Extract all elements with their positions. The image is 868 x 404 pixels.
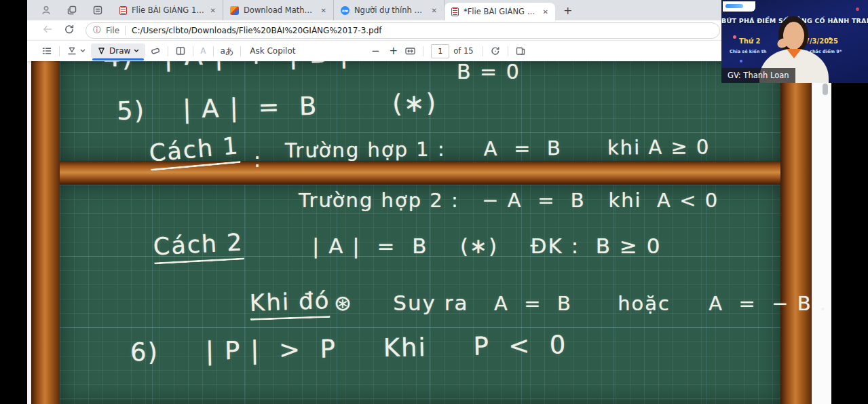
decor-dot [856,7,859,11]
divider [125,26,126,35]
pdf-toolbar: Draw A aあ Ask Copilot − + 1 of 15 [27,41,831,61]
tab-pdf-1[interactable]: Flie BÀI GIẢNG 17-3.pdf ✕ [113,0,223,20]
pdf-favicon [451,7,459,16]
draw-pen-icon [96,46,107,56]
decor-dot [733,35,736,39]
chalk-khido-label: Khi đó [249,287,331,320]
tab-pdf-active[interactable]: *Flie BÀI GIẢNG 17-3.pdf ✕ [445,3,555,20]
translate-button[interactable]: aあ [219,45,236,57]
chalkboard-frame-left [31,61,60,404]
decor-dot [740,60,742,62]
banner-date-day: Thứ 2 [739,37,761,45]
chalk-line6-eq: A = B hoặc A = − B . [494,292,827,315]
pdf-favicon [119,6,127,15]
file-scheme-label: File [106,26,119,35]
page-count-label: of 15 [453,46,473,56]
tab-mathtype[interactable]: Download MathType for W ✕ [223,0,334,20]
address-bar: ⓘ File C:/Users/clbto/Downloads/Flie%20B… [27,20,831,41]
chevron-down-icon [133,48,140,54]
highlighter-tool-button[interactable] [64,45,88,56]
back-icon[interactable] [42,24,53,37]
scrollbar-thumb[interactable] [823,84,828,95]
zoom-page-controls: − + 1 of 15 [366,41,528,61]
tab-title: Flie BÀI GIẢNG 17-3.pdf [132,5,205,15]
mathtype-favicon [230,6,239,15]
tab-title: Người dự thính Sau - Zoom [354,5,426,15]
page-info-icon[interactable]: ⓘ [93,24,101,36]
scrollbar-track[interactable] [812,61,831,404]
zoom-favicon: zm [341,6,350,15]
page-number-input[interactable]: 1 [431,44,449,58]
close-tab-icon[interactable]: ✕ [208,5,219,16]
tab-actions-icon[interactable] [92,5,103,16]
zoom-in-button[interactable]: + [385,45,403,57]
eraser-tool-button[interactable] [148,45,163,56]
tab-zoom[interactable]: zm Người dự thính Sau - Zoom ✕ [334,0,445,20]
fit-to-width-icon[interactable] [402,45,418,56]
banner-subtext-left: Chia sẻ kiến th [730,49,766,54]
presenter-name-caption: GV: Thanh Loan [721,68,795,83]
chalk-cach2-label: Cách 2 [153,229,244,265]
draw-label: Draw [109,46,130,56]
read-aloud-button[interactable]: A [198,46,208,56]
chalk-line1-right: B = 0 [457,61,521,84]
page-margin [27,61,31,404]
chalk-line6-star: ⊛ Suy ra [334,291,469,315]
chalk-line3: Trường hợp 1 : A = B khi A ≥ 0 [285,135,711,162]
url-text: C:/Users/clbto/Downloads/Flie%20BÀI%20GI… [132,26,381,35]
chalk-line4: Trường hợp 2 : − A = B khi A < 0 [299,189,719,212]
chalkboard-frame-right [780,61,812,404]
close-tab-icon[interactable]: ✕ [318,5,329,16]
tab-title: Download MathType for W [244,5,316,15]
brand-logo [723,1,755,12]
zoom-out-button[interactable]: − [366,45,385,57]
chalkboard-wood-beam [31,161,812,185]
table-of-contents-icon[interactable] [39,45,54,56]
refresh-icon[interactable] [64,24,75,37]
chevron-down-icon [79,48,86,54]
close-tab-icon[interactable]: ✕ [429,5,440,16]
rotate-icon[interactable] [488,45,503,56]
page-view-icon[interactable] [173,45,188,56]
new-tab-button[interactable]: + [563,4,572,17]
draw-tool-button[interactable]: Draw [91,43,145,58]
page-layout-icon[interactable] [513,45,528,56]
url-field[interactable]: ⓘ File C:/Users/clbto/Downloads/Flie%20B… [86,22,720,39]
ask-copilot-button[interactable]: Ask Copilot [250,46,295,56]
tab-strip: Flie BÀI GIẢNG 17-3.pdf ✕ Download MathT… [27,0,831,20]
pdf-content-area[interactable]: 4) | A | + | B | ⟺ B = 0 5) | A | = B (∗… [27,61,831,404]
chalk-line5: | A | = B (∗) ĐK : B ≥ 0 [312,234,662,258]
tab-title: *Flie BÀI GIẢNG 17-3.pdf [464,7,537,16]
zoom-video-overlay[interactable]: BỨT PHÁ ĐIỂM SỐ CỦNG CỐ HÀNH TRANG Thứ 2… [721,0,868,83]
presenter-collar [787,49,801,58]
profile-icon[interactable] [41,5,52,16]
active-tool-indicator [92,58,144,60]
screen: Flie BÀI GIẢNG 17-3.pdf ✕ Download MathT… [0,0,868,404]
close-tab-icon[interactable]: ✕ [540,7,551,17]
browser-window: Flie BÀI GIẢNG 17-3.pdf ✕ Download MathT… [27,0,831,404]
chalk-cach1-colon: : [254,148,262,172]
workspaces-icon[interactable] [67,5,77,16]
